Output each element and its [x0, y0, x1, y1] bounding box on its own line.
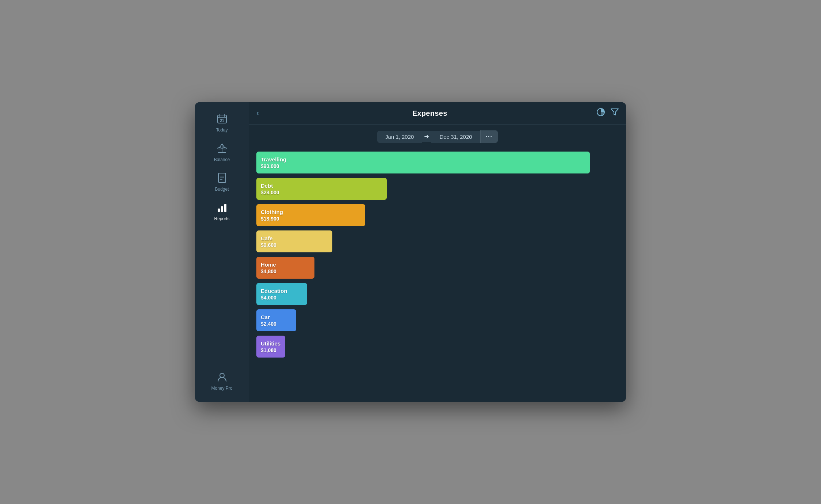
bar-amount-label: $9,600 — [261, 242, 328, 248]
bar-amount-label: $90,000 — [261, 163, 585, 169]
sidebar-item-budget[interactable]: Budget — [195, 168, 249, 196]
date-range-bar: Jan 1, 2020 Dec 31, 2020 ··· — [249, 125, 626, 149]
today-icon: 21 — [217, 113, 228, 126]
chart-area: Travelling$90,000Debt$28,000Clothing$18,… — [249, 149, 626, 402]
date-arrow — [422, 131, 431, 142]
bar-utilities[interactable]: Utilities$1,080 — [256, 336, 285, 358]
sidebar-item-balance[interactable]: Balance — [195, 138, 249, 167]
bar-car[interactable]: Car$2,400 — [256, 309, 296, 331]
bar-category-label: Clothing — [261, 209, 361, 216]
bar-category-label: Utilities — [261, 340, 281, 347]
chart-type-icon[interactable] — [596, 107, 606, 119]
bar-category-label: Cafe — [261, 235, 328, 242]
bar-row[interactable]: Home$4,800 — [256, 257, 619, 279]
bar-amount-label: $2,400 — [261, 321, 292, 327]
sidebar-item-money-pro[interactable]: Money Pro — [195, 367, 249, 395]
app-window: 21 Today Balance — [195, 102, 626, 402]
bar-amount-label: $4,800 — [261, 268, 310, 274]
sidebar-item-today-label: Today — [216, 127, 228, 133]
back-button[interactable]: ‹ — [256, 108, 259, 118]
reports-icon — [217, 202, 228, 214]
svg-text:21: 21 — [220, 119, 224, 123]
header-icons — [596, 107, 619, 119]
sidebar-item-balance-label: Balance — [214, 157, 230, 162]
bar-row[interactable]: Clothing$18,900 — [256, 204, 619, 226]
bar-home[interactable]: Home$4,800 — [256, 257, 314, 279]
page-title: Expenses — [263, 109, 596, 118]
sidebar-item-today[interactable]: 21 Today — [195, 109, 249, 137]
svg-line-8 — [222, 144, 225, 148]
bar-category-label: Home — [261, 261, 310, 268]
bar-row[interactable]: Utilities$1,080 — [256, 336, 619, 358]
date-start[interactable]: Jan 1, 2020 — [377, 131, 422, 143]
bar-row[interactable]: Travelling$90,000 — [256, 152, 619, 173]
sidebar-item-money-pro-label: Money Pro — [211, 386, 232, 391]
bar-category-label: Travelling — [261, 156, 585, 163]
svg-line-7 — [219, 144, 222, 148]
sidebar-item-reports-label: Reports — [214, 216, 229, 221]
bar-amount-label: $18,900 — [261, 216, 361, 222]
svg-point-10 — [223, 148, 226, 149]
sidebar: 21 Today Balance — [195, 102, 249, 402]
svg-point-9 — [218, 148, 221, 149]
bar-category-label: Debt — [261, 182, 382, 190]
date-more-button[interactable]: ··· — [480, 130, 498, 143]
bar-row[interactable]: Cafe$9,600 — [256, 230, 619, 252]
bar-amount-label: $1,080 — [261, 347, 281, 353]
bar-cafe[interactable]: Cafe$9,600 — [256, 230, 332, 252]
svg-rect-15 — [218, 209, 220, 212]
bar-category-label: Education — [261, 287, 303, 295]
date-end[interactable]: Dec 31, 2020 — [431, 131, 480, 143]
bar-row[interactable]: Car$2,400 — [256, 309, 619, 331]
bar-clothing[interactable]: Clothing$18,900 — [256, 204, 365, 226]
bar-debt[interactable]: Debt$28,000 — [256, 178, 387, 200]
sidebar-item-reports[interactable]: Reports — [195, 198, 249, 226]
budget-icon — [217, 172, 227, 185]
main-content: ‹ Expenses Jan 1, 2020 — [249, 102, 626, 402]
svg-rect-17 — [224, 204, 226, 212]
bar-row[interactable]: Debt$28,000 — [256, 178, 619, 200]
filter-icon[interactable] — [611, 108, 619, 119]
svg-rect-16 — [221, 206, 223, 212]
sidebar-item-budget-label: Budget — [215, 187, 229, 192]
header: ‹ Expenses — [249, 102, 626, 125]
bar-row[interactable]: Education$4,000 — [256, 283, 619, 305]
bar-travelling[interactable]: Travelling$90,000 — [256, 152, 590, 173]
bar-education[interactable]: Education$4,000 — [256, 283, 307, 305]
bar-amount-label: $28,000 — [261, 190, 382, 195]
money-pro-icon — [217, 371, 228, 384]
balance-icon — [217, 143, 228, 155]
bar-category-label: Car — [261, 314, 292, 321]
bar-amount-label: $4,000 — [261, 295, 303, 301]
